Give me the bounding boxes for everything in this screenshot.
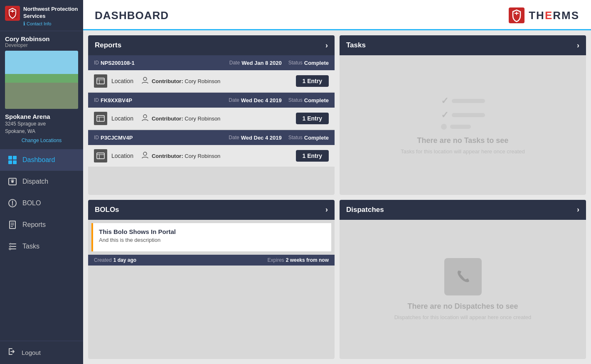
tasks-empty-title: There are no Tasks to see: [417, 136, 509, 145]
reports-card-arrow[interactable]: ›: [325, 41, 328, 50]
report-contributor: Contributor: Cory Robinson: [141, 113, 220, 124]
sidebar-navigation: Dashboard Dispatch BOLO: [0, 148, 83, 341]
svg-point-35: [143, 152, 147, 155]
user-role: Developer: [5, 42, 78, 48]
sidebar-item-dashboard[interactable]: Dashboard: [0, 149, 83, 171]
therms-logo: THERMS: [509, 7, 579, 29]
date-label: Date: [229, 135, 239, 140]
report-status: Complete: [304, 60, 329, 66]
therms-logo-text: THERMS: [529, 9, 579, 22]
location-address: 3245 Sprague ave Spokane, WA: [5, 120, 78, 135]
contributor-icon: [141, 151, 149, 161]
date-label: Date: [229, 97, 239, 103]
tasks-icon: [7, 241, 17, 251]
report-location-icon: [94, 112, 107, 125]
status-label: Status: [288, 135, 303, 140]
report-detail-row: Location Contributor: Cory Robinson 1 En…: [88, 70, 335, 92]
location-info: Spokane Arena 3245 Sprague ave Spokane, …: [0, 109, 83, 137]
company-logo-icon: [5, 6, 20, 21]
dashboard-label: Dashboard: [22, 156, 55, 164]
svg-point-31: [143, 115, 147, 118]
report-location-label: Location: [111, 115, 133, 122]
tasks-empty-icon: ✓ ✓: [441, 96, 485, 130]
logout-button[interactable]: Logout: [0, 341, 83, 364]
report-date: Wed Jan 8 2020: [241, 60, 282, 66]
tasks-card: Tasks › ✓ ✓: [340, 35, 586, 195]
report-id: FK9XXBV4P: [101, 97, 132, 103]
dashboard-icon: [7, 155, 17, 165]
entry-badge[interactable]: 1 Entry: [296, 150, 329, 162]
svg-point-9: [11, 180, 14, 183]
sidebar-item-bolo[interactable]: BOLO: [0, 192, 83, 214]
sidebar-item-reports[interactable]: Reports: [0, 214, 83, 236]
report-id: NPS200108-1: [101, 60, 135, 66]
report-group: ID FK9XXBV4P Date Wed Dec 4 2019 Status …: [88, 93, 335, 129]
contact-info-link[interactable]: ℹ Contact Info: [23, 21, 78, 27]
dispatches-card-title: Dispatches: [346, 206, 384, 214]
id-label: ID: [94, 135, 99, 140]
reports-card-title: Reports: [95, 41, 121, 49]
report-id: P3CJCMV4P: [101, 135, 133, 141]
tasks-empty-state: ✓ ✓ There are no Tasks to see Tasks for …: [340, 55, 586, 195]
created-label: Created: [94, 257, 112, 263]
report-location-icon: [94, 74, 107, 88]
tasks-card-title: Tasks: [346, 41, 366, 49]
report-id-row: ID NPS200108-1 Date Wed Jan 8 2020 Statu…: [88, 55, 335, 70]
bolos-card-title: BOLOs: [95, 206, 119, 214]
bolo-item[interactable]: This Bolo Shows In Portal And this is th…: [91, 223, 331, 251]
contributor-label: Contributor: Cory Robinson: [152, 153, 220, 159]
report-status: Complete: [304, 97, 329, 103]
entry-badge[interactable]: 1 Entry: [296, 75, 329, 87]
dispatch-label: Dispatch: [22, 178, 48, 185]
svg-point-27: [143, 77, 147, 81]
report-status: Complete: [304, 135, 329, 141]
dispatches-card-arrow[interactable]: ›: [577, 205, 579, 214]
tasks-card-header: Tasks ›: [340, 35, 586, 55]
report-detail-row: Location Contributor: Cory Robinson 1 En…: [88, 145, 335, 167]
report-date: Wed Dec 4 2019: [241, 97, 282, 103]
expires-label: Expires: [268, 257, 284, 263]
check-circle: [441, 124, 447, 130]
bolos-card-header: BOLOs ›: [88, 200, 335, 220]
bolos-card-arrow[interactable]: ›: [325, 205, 328, 214]
change-location-link[interactable]: Change Locations: [0, 137, 83, 148]
dispatch-icon: [7, 177, 17, 187]
sidebar: Northwest Protection Services ℹ Contact …: [0, 0, 83, 364]
dispatch-phone-icon: [444, 258, 482, 295]
svg-point-12: [12, 204, 13, 205]
reports-card-body: ID NPS200108-1 Date Wed Jan 8 2020 Statu…: [88, 55, 335, 195]
contributor-icon: [141, 113, 149, 124]
check-icon-2: ✓: [441, 110, 448, 121]
reports-card-header: Reports ›: [88, 35, 335, 55]
location-name: Spokane Arena: [5, 113, 78, 120]
sidebar-user-info: Cory Robinson Developer: [0, 31, 83, 51]
entry-badge[interactable]: 1 Entry: [296, 113, 329, 124]
logout-icon: [7, 347, 17, 358]
status-label: Status: [288, 60, 303, 66]
company-name: Northwest Protection Services: [23, 6, 78, 20]
location-photo: [5, 51, 78, 109]
contributor-icon: [141, 76, 149, 86]
tasks-card-arrow[interactable]: ›: [577, 41, 579, 50]
svg-rect-28: [97, 116, 104, 121]
main-content: DASHBOARD THERMS Reports › ID NPS2001: [83, 0, 591, 364]
svg-point-20: [9, 248, 11, 250]
reports-label: Reports: [22, 221, 46, 229]
report-group: ID P3CJCMV4P Date Wed Dec 4 2019 Status …: [88, 130, 335, 167]
check-line-1: [452, 99, 485, 103]
report-location-label: Location: [111, 78, 133, 84]
dispatches-empty-title: There are no Dispatches to see: [407, 302, 518, 311]
bolos-card-body: This Bolo Shows In Portal And this is th…: [88, 220, 335, 359]
svg-rect-7: [13, 160, 17, 164]
sidebar-item-dispatch[interactable]: Dispatch: [0, 171, 83, 192]
report-group: ID NPS200108-1 Date Wed Jan 8 2020 Statu…: [88, 55, 335, 92]
bolo-title: This Bolo Shows In Portal: [99, 228, 325, 235]
page-title: DASHBOARD: [95, 9, 169, 28]
reports-card: Reports › ID NPS200108-1 Date Wed Jan 8 …: [88, 35, 335, 195]
sidebar-logo-section: Northwest Protection Services ℹ Contact …: [0, 0, 83, 31]
user-name: Cory Robinson: [5, 35, 78, 42]
check-line-2: [452, 113, 485, 117]
reports-icon: [7, 220, 17, 230]
therms-logo-icon: [509, 7, 525, 23]
sidebar-item-tasks[interactable]: Tasks: [0, 236, 83, 257]
